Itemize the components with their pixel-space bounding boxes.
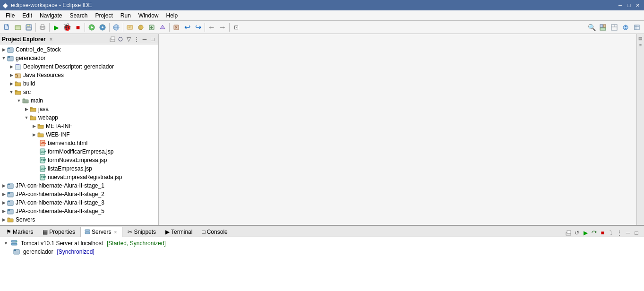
server-options[interactable]: [97, 22, 108, 33]
menu-search[interactable]: Search: [66, 11, 91, 20]
toolbar-perspective-2[interactable]: [609, 22, 619, 33]
menu-edit[interactable]: Edit: [18, 11, 36, 20]
tab-properties-label: Properties: [49, 229, 75, 235]
menu-bar: File Edit Navigate Search Project Run Wi…: [0, 10, 644, 21]
tab-snippets[interactable]: ✂ Snippets: [123, 226, 160, 237]
tree-item-jpa5[interactable]: ▶ JPA-con-hibernate-Alura-II-stage_5: [0, 207, 158, 215]
tree-arrow-control-de-stock: ▶: [1, 47, 7, 52]
toolbar-perspective-1[interactable]: [598, 22, 608, 33]
perspective-button[interactable]: ⊡: [231, 22, 241, 33]
bottom-start-server[interactable]: ▶: [582, 229, 589, 237]
tree-item-java[interactable]: ▶ java: [0, 105, 158, 113]
tree-item-bienvenido[interactable]: HTML bienvenido.html: [0, 139, 158, 147]
sep-5: [123, 23, 123, 32]
right-strip-btn-2[interactable]: ≡: [637, 42, 644, 49]
toolbar-btn-14[interactable]: →: [217, 22, 228, 33]
tree-item-java-resources[interactable]: ▶ J Java Resources: [0, 71, 158, 79]
open-button[interactable]: [13, 22, 23, 33]
app-icon: ◆: [3, 1, 8, 9]
save-button[interactable]: [24, 22, 34, 33]
tree-item-servers[interactable]: ▶ Servers: [0, 215, 158, 224]
maximize-button[interactable]: □: [625, 1, 633, 9]
svg-marker-25: [160, 25, 165, 29]
tab-console-label: Console: [207, 229, 228, 235]
tree-label-jpa1: JPA-con-hibernate-Alura-II-stage_1: [16, 182, 104, 189]
tree-item-jpa3[interactable]: ▶ JPA-con-hibernate-Alura-II-stage_3: [0, 198, 158, 207]
server-entry[interactable]: ▼ Tomcat v10.1 Server at localhost [Star…: [4, 239, 640, 248]
tree-label-control-de-stock: Control_de_Stock: [16, 46, 60, 53]
pe-close-icon[interactable]: ×: [50, 36, 52, 42]
menu-file[interactable]: File: [2, 11, 18, 20]
tab-console[interactable]: □ Console: [197, 226, 232, 237]
menu-window[interactable]: Window: [135, 11, 163, 20]
tree-item-build[interactable]: ▶ build: [0, 79, 158, 88]
toolbar-perspective-3[interactable]: [620, 22, 631, 33]
pe-collapse-all[interactable]: [109, 35, 116, 43]
toolbar-btn-7[interactable]: !: [136, 22, 146, 33]
menu-help[interactable]: Help: [163, 11, 182, 20]
pe-tree: ▶ Control_de_Stock ▼ gerenciador: [0, 44, 158, 225]
project-icon-jpa5: [7, 207, 14, 215]
pe-link-editor[interactable]: [117, 35, 124, 43]
bottom-stop-server[interactable]: ■: [599, 229, 606, 237]
toolbar-btn-6[interactable]: [125, 22, 135, 33]
bottom-panel-minimize[interactable]: ─: [624, 229, 632, 237]
tree-item-main[interactable]: ▼ main: [0, 96, 158, 105]
debug-button[interactable]: 🐞: [62, 22, 72, 33]
bottom-view-menu[interactable]: ⋮: [616, 229, 623, 237]
toolbar-btn-11[interactable]: ↩: [182, 22, 192, 33]
bottom-publish[interactable]: ⤵: [607, 229, 615, 237]
project-icon-jpa1: [7, 182, 14, 189]
run-button[interactable]: ▶: [51, 22, 61, 33]
servers-tab-close[interactable]: ×: [112, 229, 118, 235]
tree-arrow-webapp: ▼: [24, 115, 29, 120]
search-icon[interactable]: 🔍: [586, 22, 597, 33]
tab-markers[interactable]: ⚑ Markers: [2, 226, 37, 237]
toolbar-btn-13[interactable]: ←: [206, 22, 217, 33]
bottom-refresh[interactable]: ↺: [573, 229, 581, 237]
tree-item-deployment[interactable]: ▶ Deployment Descriptor: gerenciador: [0, 62, 158, 71]
tree-item-web-inf[interactable]: ▶ WEB-INF: [0, 130, 158, 139]
tree-item-jpa1[interactable]: ▶ JPA-con-hibernate-Alura-II-stage_1: [0, 181, 158, 190]
tree-item-webapp[interactable]: ▼ webapp: [0, 113, 158, 122]
tab-terminal[interactable]: ▶ Terminal: [161, 226, 197, 237]
right-strip-btn-1[interactable]: ▤: [637, 35, 644, 42]
toolbar-btn-12[interactable]: ↪: [193, 22, 203, 33]
bottom-panel-maximize[interactable]: □: [633, 229, 640, 237]
toolbar-btn-9[interactable]: [157, 22, 168, 33]
pe-minimize[interactable]: ─: [141, 35, 148, 43]
close-button[interactable]: ✕: [634, 1, 641, 9]
tree-item-jpa2[interactable]: ▶ JPA-con-hibernate-Alura-II-stage_2: [0, 190, 158, 198]
toolbar-btn-10[interactable]: [171, 22, 181, 33]
menu-run[interactable]: Run: [117, 11, 135, 20]
server-sub-entry[interactable]: gerenciador [Synchronized]: [4, 248, 640, 256]
print-button[interactable]: [37, 22, 48, 33]
new-button[interactable]: [2, 22, 12, 33]
menu-navigate[interactable]: Navigate: [36, 11, 66, 20]
svg-text:HTML: HTML: [41, 142, 46, 145]
pe-maximize[interactable]: □: [149, 35, 156, 43]
tree-item-listaEmpresas[interactable]: JSP listaEmpresas.jsp: [0, 164, 158, 173]
tree-item-formNueva[interactable]: JSP formNuevaEmpresa.jsp: [0, 156, 158, 164]
tree-item-formModificar[interactable]: JSP formModificarEmpresa.jsp: [0, 147, 158, 156]
browser-button[interactable]: [111, 22, 121, 33]
tree-item-control-de-stock[interactable]: ▶ Control_de_Stock: [0, 45, 158, 54]
tab-servers[interactable]: Servers ×: [80, 227, 122, 237]
tree-item-nuevaEmpresa[interactable]: JSP nuevaEmpresaRegistrada.jsp: [0, 173, 158, 181]
tab-properties[interactable]: ▤ Properties: [38, 226, 79, 237]
bottom-restart-server[interactable]: [590, 229, 598, 237]
toolbar-btn-8[interactable]: [146, 22, 157, 33]
bottom-minimize-view[interactable]: [565, 229, 572, 237]
pe-view-menu[interactable]: ⋮: [133, 35, 140, 43]
jsp-file-icon-1: JSP: [39, 148, 46, 155]
tree-item-meta-inf[interactable]: ▶ META-INF: [0, 122, 158, 130]
tree-item-src[interactable]: ▼ src: [0, 88, 158, 96]
pe-filter[interactable]: ▽: [125, 35, 132, 43]
minimize-button[interactable]: ─: [617, 1, 624, 9]
stop-button[interactable]: ■: [73, 22, 83, 33]
toolbar-perspective-4[interactable]: [632, 22, 642, 33]
tree-item-gerenciador[interactable]: ▼ gerenciador: [0, 54, 158, 62]
server-run-button[interactable]: [86, 22, 97, 33]
tree-label-formModificar: formModificarEmpresa.jsp: [48, 148, 113, 155]
menu-project[interactable]: Project: [91, 11, 116, 20]
